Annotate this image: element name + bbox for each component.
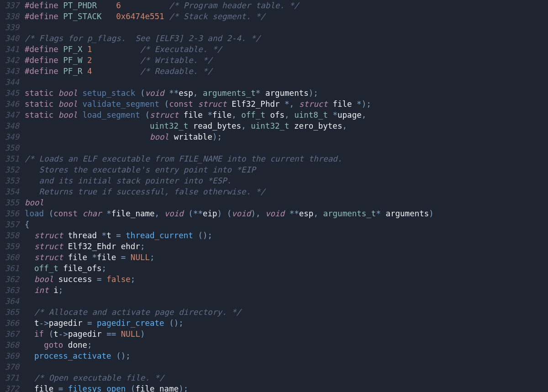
token-def: PT_STACK: [63, 12, 101, 21]
code-line[interactable]: t->pagedir = pagedir_create ();: [25, 318, 548, 329]
token-id: file: [212, 110, 232, 120]
token-id: [58, 56, 63, 65]
code-line[interactable]: {: [25, 219, 548, 230]
token-id: [92, 45, 140, 54]
code-line[interactable]: goto done;: [25, 340, 548, 350]
token-kw: static: [25, 89, 53, 98]
code-line[interactable]: static bool validate_segment (const stru…: [25, 99, 548, 110]
token-op: ): [217, 209, 222, 218]
token-op: ),: [251, 209, 260, 218]
line-number: 372: [0, 383, 19, 392]
token-id: [58, 12, 63, 21]
token-id: [102, 12, 116, 21]
token-id: file: [63, 253, 92, 262]
line-number: 366: [0, 318, 19, 329]
code-line[interactable]: #define PF_R 4 /* Readable. */: [25, 66, 548, 77]
token-op: ;: [87, 340, 92, 350]
token-id: [126, 253, 131, 262]
token-id: Elf32_Ehdr ehdr: [63, 242, 140, 251]
code-line[interactable]: off_t file_ofs;: [25, 263, 548, 274]
token-op: (: [49, 209, 54, 218]
token-op: ;: [150, 253, 155, 262]
token-id: [121, 231, 126, 240]
code-line[interactable]: struct Elf32_Ehdr ehdr;: [25, 241, 548, 252]
token-id: esp: [179, 89, 193, 98]
token-kw: #define: [25, 56, 58, 65]
code-line[interactable]: #define PT_PHDR 6 /* Program header tabl…: [25, 0, 548, 11]
token-id: [25, 373, 34, 382]
line-number: 369: [0, 350, 19, 361]
token-kw: #define: [25, 1, 58, 10]
code-line[interactable]: bool writable);: [25, 131, 548, 142]
code-line[interactable]: [25, 296, 548, 307]
token-op: =: [116, 231, 121, 240]
code-line[interactable]: [25, 22, 548, 33]
token-id: [25, 132, 150, 141]
token-kw: if: [34, 329, 44, 339]
code-editor[interactable]: 3373383393403413423433443453463473483493…: [0, 0, 548, 392]
code-line[interactable]: struct file *file = NULL;: [25, 252, 548, 263]
token-op: *: [256, 89, 261, 98]
token-def: PF_R: [63, 67, 82, 76]
line-number: 355: [0, 197, 19, 208]
code-line[interactable]: /* Loads an ELF executable from FILE_NAM…: [25, 153, 548, 164]
code-line[interactable]: if (t->pagedir == NULL): [25, 329, 548, 340]
token-id: i: [49, 286, 58, 295]
token-id: [58, 67, 63, 76]
code-line[interactable]: uint32_t read_bytes, uint32_t zero_bytes…: [25, 120, 548, 131]
token-def: PT_PHDR: [63, 1, 97, 10]
code-line[interactable]: /* Allocate and activate page directory.…: [25, 307, 548, 318]
token-op: ();: [116, 351, 131, 361]
code-line[interactable]: [25, 77, 548, 88]
token-type: void: [145, 89, 164, 98]
token-op: ,: [342, 121, 347, 131]
code-line[interactable]: [25, 361, 548, 372]
code-line[interactable]: /* Flags for p_flags. See [ELF3] 2-3 and…: [25, 33, 548, 44]
line-number: 371: [0, 372, 19, 383]
token-id: [25, 340, 44, 350]
token-fn: load: [25, 209, 44, 218]
token-op: (: [49, 329, 54, 339]
code-line[interactable]: static bool setup_stack (void **esp, arg…: [25, 88, 548, 99]
token-fn: validate_segment: [82, 99, 159, 109]
code-line[interactable]: Stores the executable's entry point into…: [25, 164, 548, 175]
token-fn2: process_activate: [34, 351, 111, 361]
token-id: [135, 89, 140, 98]
token-id: [111, 351, 116, 361]
token-type: void: [232, 209, 251, 218]
code-line[interactable]: #define PF_X 1 /* Executable. */: [25, 44, 548, 55]
code-line[interactable]: file = filesys_open (file_name);: [25, 383, 548, 392]
token-cmt: /* Writable. */: [140, 56, 212, 65]
token-id: [44, 329, 49, 339]
token-op: {: [25, 220, 30, 229]
token-id: [121, 1, 169, 10]
token-id: pagedir: [68, 329, 106, 339]
token-id: [82, 56, 87, 65]
token-op: (**: [188, 209, 203, 218]
code-line[interactable]: bool success = false;: [25, 274, 548, 285]
code-area[interactable]: #define PT_PHDR 6 /* Program header tabl…: [25, 0, 548, 392]
token-op: *: [106, 209, 111, 218]
code-line[interactable]: /* Open executable file. */: [25, 372, 548, 383]
token-id: Elf32_Phdr: [227, 99, 285, 109]
line-number: 344: [0, 77, 19, 88]
line-number: 340: [0, 33, 19, 44]
token-type: bool: [58, 110, 78, 120]
code-line[interactable]: process_activate ();: [25, 350, 548, 361]
token-id: file: [179, 110, 207, 120]
code-line[interactable]: and its initial stack pointer into *ESP.: [25, 175, 548, 186]
token-id: done: [63, 340, 87, 350]
token-id: thread: [63, 231, 101, 240]
code-line[interactable]: [25, 142, 548, 153]
code-line[interactable]: static bool load_segment (struct file *f…: [25, 110, 548, 120]
code-line[interactable]: struct thread *t = thread_current ();: [25, 230, 548, 241]
code-line[interactable]: #define PF_W 2 /* Writable. */: [25, 55, 548, 66]
token-op: ,: [232, 110, 237, 120]
code-line[interactable]: int i;: [25, 285, 548, 296]
code-line[interactable]: Returns true if successful, false otherw…: [25, 186, 548, 197]
code-line[interactable]: bool: [25, 197, 548, 208]
token-fn2: thread_current: [126, 231, 193, 240]
code-line[interactable]: load (const char *file_name, void (**eip…: [25, 208, 548, 219]
code-line[interactable]: #define PT_STACK 0x6474e551 /* Stack seg…: [25, 11, 548, 22]
token-type: void: [164, 209, 184, 218]
